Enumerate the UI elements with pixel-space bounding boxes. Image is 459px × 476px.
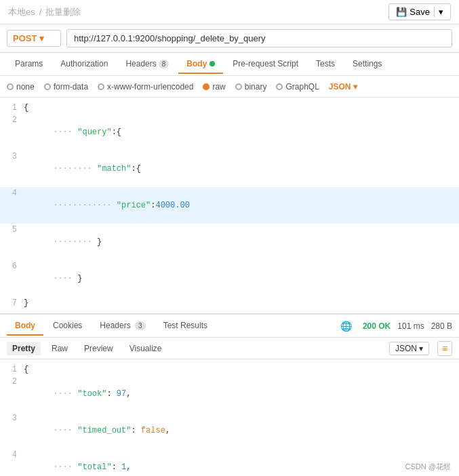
body-type-formdata[interactable]: form-data [44, 82, 88, 92]
response-time: 101 ms [397, 321, 424, 331]
code-line: 4 ············ "price":4000.00 [0, 187, 459, 224]
format-preview[interactable]: Preview [79, 342, 119, 355]
code-line: 1 { [0, 102, 459, 114]
radio-raw [203, 83, 209, 90]
status-code: 200 OK [363, 321, 391, 331]
code-line: 2 ···· "took": 97, [0, 376, 459, 412]
url-bar: POST ▾ [0, 24, 459, 53]
code-line: 5 ········ } [0, 224, 459, 260]
body-type-urlencoded[interactable]: x-www-form-urlencoded [98, 82, 193, 92]
tab-prerequest[interactable]: Pre-request Script [224, 55, 306, 74]
tab-body[interactable]: Body [178, 55, 223, 74]
tab-test-results[interactable]: Test Results [155, 317, 216, 336]
response-status: 🌐 200 OK 101 ms 280 B [340, 321, 452, 332]
tab-tests[interactable]: Tests [308, 55, 343, 74]
method-select[interactable]: POST ▾ [7, 30, 61, 47]
json-chevron-icon: ▾ [353, 82, 357, 92]
breadcrumb-separator: / [39, 7, 42, 17]
save-label: Save [410, 7, 430, 17]
format-pretty[interactable]: Pretty [7, 342, 41, 355]
response-code-editor: 1 { 2 ···· "took": 97, 3 ···· "timed_out… [0, 359, 459, 476]
tab-response-body[interactable]: Body [7, 317, 43, 336]
method-label: POST [13, 33, 37, 43]
breadcrumb-local: 本地es [8, 6, 35, 18]
method-chevron-icon: ▾ [39, 33, 44, 43]
code-line: 4 ···· "total": 1, [0, 449, 459, 476]
body-type-binary[interactable]: binary [235, 82, 267, 92]
body-type-none[interactable]: none [7, 82, 35, 92]
globe-icon: 🌐 [340, 321, 352, 332]
headers-badge: 3 [135, 321, 146, 330]
tab-response-headers[interactable]: Headers 3 [92, 317, 153, 336]
watermark: CSDN @花煜 [405, 462, 451, 472]
radio-formdata [44, 83, 51, 90]
json-label: JSON [329, 82, 351, 92]
top-bar: 本地es / 批量删除 💾 Save ▾ [0, 0, 459, 24]
body-type-raw[interactable]: raw [203, 82, 225, 92]
breadcrumb-page: 批量删除 [45, 6, 81, 18]
request-tabs: Params Authorization Headers8 Body Pre-r… [0, 53, 459, 76]
body-active-dot [209, 61, 215, 66]
code-line: 7 } [0, 297, 459, 309]
radio-binary [235, 83, 242, 90]
tab-cookies[interactable]: Cookies [45, 317, 90, 336]
tab-settings[interactable]: Settings [344, 55, 390, 74]
body-type-bar: none form-data x-www-form-urlencoded raw… [0, 76, 459, 98]
format-visualize[interactable]: Visualize [124, 342, 167, 355]
save-icon: 💾 [396, 7, 407, 17]
body-type-graphql[interactable]: GraphQL [276, 82, 319, 92]
response-tabs-left: Body Cookies Headers 3 Test Results [7, 317, 216, 336]
response-json-label: JSON [395, 344, 417, 353]
format-raw[interactable]: Raw [46, 342, 73, 355]
response-tabs: Body Cookies Headers 3 Test Results 🌐 20… [0, 315, 459, 338]
save-button[interactable]: 💾 Save ▾ [388, 3, 451, 20]
json-type-select[interactable]: JSON ▾ [329, 82, 357, 92]
request-code-editor[interactable]: 1 { 2 ···· "query":{ 3 ········ "match":… [0, 98, 459, 315]
response-size: 280 B [431, 321, 452, 331]
code-line: 3 ···· "timed_out": false, [0, 412, 459, 449]
tab-params[interactable]: Params [7, 55, 51, 74]
tab-headers[interactable]: Headers8 [117, 55, 177, 74]
radio-urlencoded [98, 83, 104, 90]
filter-icon[interactable]: ≡ [437, 341, 452, 356]
response-json-chevron-icon: ▾ [419, 344, 423, 353]
url-input[interactable] [66, 29, 452, 47]
tab-authorization[interactable]: Authorization [52, 55, 116, 74]
breadcrumb: 本地es / 批量删除 [8, 6, 81, 18]
response-format-bar: Pretty Raw Preview Visualize JSON ▾ ≡ [0, 338, 459, 359]
code-line: 6 ···· } [0, 260, 459, 297]
chevron-down-icon[interactable]: ▾ [434, 7, 443, 17]
code-line: 3 ········ "match":{ [0, 151, 459, 187]
radio-none [7, 83, 14, 90]
response-json-dropdown[interactable]: JSON ▾ [389, 342, 429, 355]
code-line: 2 ···· "query":{ [0, 114, 459, 151]
radio-graphql [276, 83, 283, 90]
code-line: 1 { [0, 363, 459, 376]
